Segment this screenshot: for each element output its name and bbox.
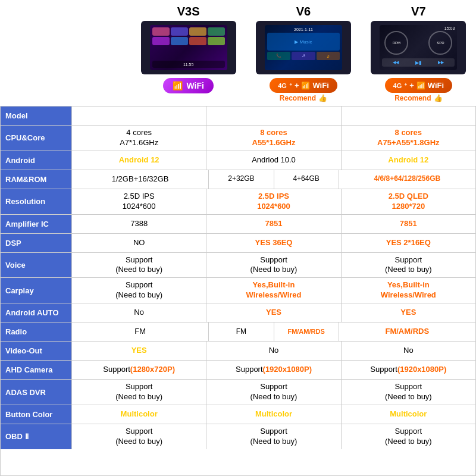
table-row-ram: RAM&ROM 1/2GB+16/32GB 2+32GB 4+64GB 4/6/… <box>1 170 475 189</box>
table-row-videoout: Video-Out YES No No <box>1 342 475 361</box>
table-row-btncolor: Button Color Multicolor Multicolor Multi… <box>1 405 475 424</box>
v3s-radio: FM <box>72 322 209 341</box>
v6-recommend: Recomend 👍 <box>280 94 327 102</box>
v6-voice: Support(Need to buy) <box>206 253 341 278</box>
label-ahd: AHD Camera <box>1 361 72 379</box>
table-row-dsp: DSP NO YES 36EQ YES 2*16EQ <box>1 234 475 253</box>
v7-cpu: 8 coresA75+A55*1.8GHz <box>342 126 475 151</box>
table-row-cpu: CPU&Core 4 coresA7*1.6GHz 8 coresA55*1.6… <box>1 126 475 151</box>
table-row-carplay: Carplay Support(Need to buy) Yes,Built-i… <box>1 278 475 303</box>
label-radio: Radio <box>1 322 72 341</box>
v3s-amplifier: 7388 <box>72 215 206 233</box>
v6-image: 2021-1-11 ▶ Music 📞 ☭ ♬ <box>256 21 351 74</box>
v3s-ahd: Support(1280x720P) <box>72 361 206 379</box>
label-btncolor: Button Color <box>1 405 72 424</box>
v3s-obd: Support(Need to buy) <box>72 424 206 449</box>
table-row-adas: ADAS DVR Support(Need to buy) Support(Ne… <box>1 380 475 405</box>
label-adas: ADAS DVR <box>1 380 72 405</box>
v3s-videoout: YES <box>72 342 206 360</box>
v3s-model <box>72 107 206 125</box>
v7-radio: FM/AM/RDS <box>339 322 475 341</box>
v7-model <box>342 107 475 125</box>
header-v6: V6 2021-1-11 ▶ Music 📞 ☭ ♬ <box>246 4 361 104</box>
label-auto: Android AUTO <box>1 303 72 322</box>
v7-carplay: Yes,Built-inWireless/Wired <box>342 278 475 303</box>
v6-obd: Support(Need to buy) <box>206 424 341 449</box>
v7-ahd: Support(1920x1080P) <box>342 361 475 379</box>
v6-resolution: 2.5D IPS1024*600 <box>206 189 341 214</box>
v7-ram: 4/6/8+64/128/256GB <box>339 170 475 189</box>
v3s-screen: 11:55 <box>150 25 227 70</box>
header-v7: V7 15:03 RPM SPD ◀◀ ▶▮ ▶▶ <box>361 4 476 104</box>
v6-ahd: Support(1920x1080P) <box>206 361 341 379</box>
v6-btncolor: Multicolor <box>206 405 341 424</box>
comparison-table: Model CPU&Core 4 coresA7*1.6GHz 8 coresA… <box>0 106 476 476</box>
table-row-ahd: AHD Camera Support(1280x720P) Support(19… <box>1 361 475 380</box>
v6-radio: FM FM/AM/RDS <box>209 322 339 341</box>
v6-cpu: 8 coresA55*1.6GHz <box>206 126 341 151</box>
table-row-model: Model <box>1 107 475 126</box>
v7-dsp: YES 2*16EQ <box>342 234 475 252</box>
v3s-title: V3S <box>177 5 200 18</box>
table-row-obd: OBD Ⅱ Support(Need to buy) Support(Need … <box>1 424 475 449</box>
v7-screen: 15:03 RPM SPD ◀◀ ▶▮ ▶▶ <box>380 25 457 70</box>
v3s-image: 11:55 <box>141 21 236 74</box>
v3s-adas: Support(Need to buy) <box>72 380 206 405</box>
v7-badge: 4G ⁺ + 📶 WiFi <box>385 78 453 93</box>
v6-radio-left: FM <box>209 322 274 341</box>
header-v3s: V3S 11:55 <box>131 4 246 104</box>
label-resolution: Resolution <box>1 189 72 214</box>
label-cpu: CPU&Core <box>1 126 72 151</box>
label-voice: Voice <box>1 253 72 278</box>
v7-videoout: No <box>342 342 475 360</box>
v7-title: V7 <box>411 5 425 18</box>
v3s-btncolor: Multicolor <box>72 405 206 424</box>
v3s-ram: 1/2GB+16/32GB <box>72 170 209 189</box>
v6-dsp: YES 36EQ <box>206 234 341 252</box>
v6-radio-right: FM/AM/RDS <box>274 322 339 341</box>
v7-btncolor: Multicolor <box>342 405 475 424</box>
label-android: Android <box>1 151 72 170</box>
v6-screen: 2021-1-11 ▶ Music 📞 ☭ ♬ <box>265 25 342 70</box>
v6-recommend-text: Recomend <box>280 94 316 102</box>
v3s-voice: Support(Need to buy) <box>72 253 206 278</box>
table-row-voice: Voice Support(Need to buy) Support(Need … <box>1 253 475 278</box>
v7-image: 15:03 RPM SPD ◀◀ ▶▮ ▶▶ <box>371 21 466 74</box>
table-row-auto: Android AUTO No YES YES <box>1 303 475 322</box>
v7-resolution: 2.5D QLED1280*720 <box>342 189 475 214</box>
v6-android: Andriod 10.0 <box>206 151 341 170</box>
table-row-radio: Radio FM FM FM/AM/RDS FM/AM/RDS <box>1 322 475 342</box>
v7-obd: Support(Need to buy) <box>342 424 475 449</box>
header-empty <box>0 4 131 104</box>
v7-adas: Support(Need to buy) <box>342 380 475 405</box>
label-ram: RAM&ROM <box>1 170 72 189</box>
v3s-android: Android 12 <box>72 151 206 170</box>
main-container: V3S 11:55 <box>0 0 476 476</box>
v6-carplay: Yes,Built-inWireless/Wired <box>206 278 341 303</box>
label-model: Model <box>1 107 72 125</box>
label-dsp: DSP <box>1 234 72 252</box>
v6-ram-left: 2+32GB <box>209 170 274 189</box>
v3s-badge: 📶 WiFi <box>163 78 213 93</box>
table-row-android: Android Android 12 Andriod 10.0 Android … <box>1 151 475 170</box>
v7-auto: YES <box>342 303 475 322</box>
table-row-resolution: Resolution 2.5D IPS1024*600 2.5D IPS1024… <box>1 189 475 215</box>
v7-android: Android 12 <box>342 151 475 170</box>
v6-title: V6 <box>296 5 311 18</box>
v3s-auto: No <box>72 303 206 322</box>
label-amplifier: Amplifier IC <box>1 215 72 233</box>
v3s-carplay: Support(Need to buy) <box>72 278 206 303</box>
v3s-resolution: 2.5D IPS1024*600 <box>72 189 206 214</box>
v6-ram: 2+32GB 4+64GB <box>209 170 339 189</box>
label-videoout: Video-Out <box>1 342 72 360</box>
header: V3S 11:55 <box>0 0 476 106</box>
v6-amplifier: 7851 <box>206 215 341 233</box>
v6-videoout: No <box>206 342 341 360</box>
v7-recommend: Recomend 👍 <box>394 94 442 102</box>
v6-badge: 4G ⁺ + 📶 WiFi <box>270 78 337 93</box>
v7-voice: Support(Need to buy) <box>342 253 475 278</box>
v3s-cpu: 4 coresA7*1.6GHz <box>72 126 206 151</box>
v6-auto: YES <box>206 303 341 322</box>
v3s-badge-text: WiFi <box>186 81 203 90</box>
v6-adas: Support(Need to buy) <box>206 380 341 405</box>
